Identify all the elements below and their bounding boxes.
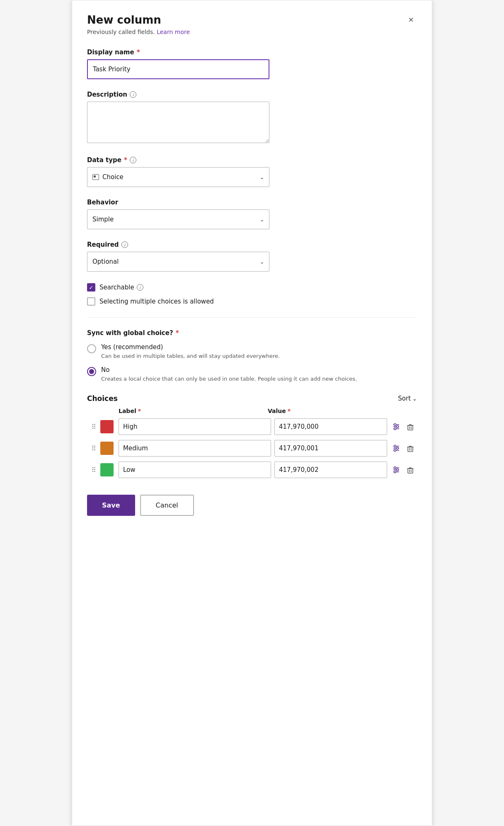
svg-rect-6 (408, 425, 413, 430)
required-info-icon: i (121, 241, 128, 248)
data-type-group: Data type * i Choice ⌄ (87, 156, 417, 187)
searchable-label: Searchable i (99, 284, 143, 291)
filter-options-button-0[interactable] (390, 421, 402, 432)
close-button[interactable]: × (405, 14, 417, 26)
sync-no-desc: Creates a local choice that can only be … (101, 375, 357, 383)
description-group: Description i (87, 91, 417, 145)
filter-icon (392, 423, 400, 431)
delete-choice-button-0[interactable] (405, 421, 416, 432)
choices-section: Choices Sort ⌄ Label * Value * ⠿ (87, 394, 417, 478)
required-field-group: Required i Optional ⌄ (87, 241, 417, 272)
choice-value-input-2[interactable] (274, 462, 387, 478)
svg-point-17 (394, 467, 396, 469)
sync-yes-label: Yes (recommended) (101, 343, 280, 351)
drag-handle[interactable]: ⠿ (87, 466, 100, 474)
color-swatch-1[interactable] (100, 442, 114, 455)
svg-point-11 (397, 447, 399, 449)
svg-point-19 (394, 471, 396, 473)
sync-no-radio-inner (89, 369, 94, 374)
data-type-info-icon: i (130, 157, 136, 163)
searchable-info-icon: i (137, 284, 143, 291)
data-type-value: Choice (102, 173, 124, 181)
table-row: ⠿ (87, 418, 417, 435)
row-actions-0 (390, 421, 417, 432)
sync-radio-group: Yes (recommended) Can be used in multipl… (87, 343, 417, 383)
description-input[interactable] (87, 102, 269, 143)
sync-required-star: * (176, 329, 179, 337)
required-chevron-icon: ⌄ (259, 258, 264, 265)
learn-more-link[interactable]: Learn more (157, 29, 190, 35)
trash-icon (406, 444, 414, 452)
behavior-select[interactable]: Simple ⌄ (87, 209, 269, 229)
color-swatch-0[interactable] (100, 420, 114, 433)
description-info-icon: i (130, 91, 136, 98)
table-row: ⠿ (87, 440, 417, 457)
svg-point-4 (397, 426, 399, 428)
choice-rows-container: ⠿ (87, 418, 417, 478)
description-label: Description i (87, 91, 417, 98)
svg-rect-20 (408, 469, 413, 473)
new-column-modal: New column × Previously called fields. L… (72, 0, 432, 826)
choices-title: Choices (87, 394, 118, 403)
behavior-group: Behavior Simple ⌄ (87, 199, 417, 229)
searchable-checkbox[interactable] (87, 283, 95, 292)
choice-label-input-1[interactable] (119, 440, 271, 457)
behavior-chevron-icon: ⌄ (259, 216, 264, 223)
display-name-input[interactable] (87, 59, 269, 79)
svg-point-12 (394, 449, 396, 452)
required-select[interactable]: Optional ⌄ (87, 252, 269, 272)
choice-label-input-2[interactable] (119, 462, 271, 478)
footer-buttons: Save Cancel (87, 495, 417, 516)
subtitle: Previously called fields. Learn more (87, 29, 417, 35)
sync-yes-row: Yes (recommended) Can be used in multipl… (87, 343, 417, 360)
trash-icon (406, 423, 414, 431)
sync-yes-desc: Can be used in multiple tables, and will… (101, 352, 280, 360)
sync-global-group: Sync with global choice? * Yes (recommen… (87, 329, 417, 383)
filter-icon (392, 466, 400, 474)
behavior-label: Behavior (87, 199, 417, 206)
svg-point-10 (394, 445, 396, 447)
drag-handle[interactable]: ⠿ (87, 445, 100, 452)
filter-options-button-2[interactable] (390, 464, 402, 476)
filter-options-button-1[interactable] (390, 442, 402, 454)
sync-yes-radio[interactable] (87, 344, 96, 353)
save-button[interactable]: Save (87, 495, 135, 516)
row-actions-1 (390, 442, 417, 454)
choices-col-headers: Label * Value * (87, 408, 417, 417)
svg-point-3 (394, 424, 396, 426)
table-row: ⠿ (87, 462, 417, 478)
display-name-group: Display name * (87, 49, 417, 79)
modal-header: New column × (87, 14, 417, 26)
sync-no-content: No Creates a local choice that can only … (101, 366, 357, 383)
choice-value-input-1[interactable] (274, 440, 387, 457)
svg-rect-13 (408, 447, 413, 452)
sort-label: Sort (398, 395, 411, 402)
delete-choice-button-1[interactable] (405, 442, 416, 454)
modal-title: New column (87, 14, 161, 26)
svg-point-18 (397, 469, 399, 471)
required-star-2: * (124, 156, 127, 164)
col-label-required: * (138, 408, 141, 414)
svg-point-5 (394, 428, 396, 430)
sync-no-label: No (101, 366, 357, 374)
cancel-button[interactable]: Cancel (140, 495, 194, 516)
display-name-label: Display name * (87, 49, 417, 56)
multiple-choices-checkbox[interactable] (87, 297, 95, 306)
drag-handle[interactable]: ⠿ (87, 423, 100, 431)
sort-chevron-icon: ⌄ (412, 396, 417, 402)
divider-1 (87, 317, 417, 318)
sync-yes-content: Yes (recommended) Can be used in multipl… (101, 343, 280, 360)
sort-button[interactable]: Sort ⌄ (398, 395, 417, 402)
choice-label-input-0[interactable] (119, 418, 271, 435)
delete-choice-button-2[interactable] (405, 464, 416, 476)
required-select-wrapper: Optional ⌄ (87, 252, 269, 272)
data-type-select[interactable]: Choice ⌄ (87, 167, 269, 187)
choice-value-input-0[interactable] (274, 418, 387, 435)
sync-no-radio[interactable] (87, 367, 96, 376)
data-type-chevron-icon: ⌄ (259, 174, 264, 180)
color-swatch-2[interactable] (100, 463, 114, 476)
multiple-choices-label: Selecting multiple choices is allowed (99, 298, 214, 305)
required-label: Required i (87, 241, 417, 248)
sync-no-row: No Creates a local choice that can only … (87, 366, 417, 383)
col-label-header: Label * (119, 408, 268, 414)
